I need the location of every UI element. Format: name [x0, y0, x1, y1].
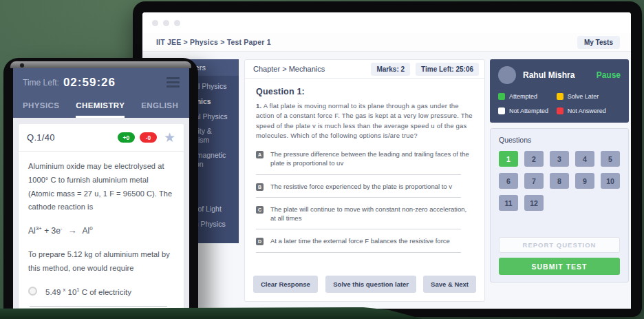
question-title: Question 1:	[256, 87, 473, 96]
window-dot-icon	[163, 20, 169, 26]
mobile-question-body: Aluminium oxide may be electrolysed at 1…	[19, 152, 184, 319]
status-legend: Attempted Solve Later Not Attempted	[498, 93, 621, 114]
question-cell-10[interactable]: 10	[601, 173, 620, 189]
option-c[interactable]: C The plate will continue to move with c…	[256, 205, 473, 223]
question-cell-12[interactable]: 12	[524, 195, 544, 211]
legend-label: Not Attempted	[509, 107, 548, 114]
subject-tabs: PHYSICS CHEMISTRY ENGLISH PROFICIENCY	[23, 99, 180, 118]
cathode-reaction-equation: Al3+ + 3e-→Al0	[28, 225, 174, 236]
window-dot-icon	[174, 20, 180, 26]
divider	[30, 306, 167, 307]
mobile-top-bezel	[10, 61, 191, 68]
legend-label: Attempted	[509, 93, 537, 100]
question-cell-9[interactable]: 9	[575, 173, 594, 189]
eq-part: Al	[28, 226, 36, 236]
opt-suffix: C of electricity	[80, 288, 131, 296]
divider	[256, 229, 461, 229]
time-left-badge: Time Left: 25:06	[416, 63, 479, 76]
positive-marks-badge: +0	[118, 132, 135, 143]
option-c-badge: C	[256, 206, 264, 214]
eq-part: Al	[83, 226, 90, 236]
marketing-backdrop: IIT JEE > Physics > Test Paper 1 My Test…	[0, 0, 644, 319]
opt-coeff: 5.49	[45, 288, 61, 296]
questions-palette: Questions 1 2 3 4 5 6 7 8 9 10 11	[490, 128, 629, 282]
question-cell-7[interactable]: 7	[524, 173, 544, 189]
option-d[interactable]: D At a later time the external force F b…	[256, 236, 473, 245]
eq-sup: 3+	[36, 225, 42, 231]
solve-later-button[interactable]: Solve this question later	[325, 276, 416, 293]
window-dot-icon	[152, 20, 158, 26]
right-panel: Rahul Mishra Pause Attempted Solve Later	[490, 59, 629, 282]
question-cell-2[interactable]: 2	[524, 151, 544, 167]
time-left-label: Time Left:	[23, 78, 59, 88]
mobile-content: Q.1/40 +0 -0 ★ Aluminium oxide may be el…	[13, 118, 189, 319]
opt-base: 10	[68, 288, 77, 296]
countdown-timer: 02:59:26	[63, 76, 116, 90]
pause-button[interactable]: Pause	[597, 70, 621, 80]
camera-icon	[20, 63, 24, 68]
mobile-screen: Time Left: 02:59:26 PHYSICS CHEMISTRY EN…	[13, 68, 189, 319]
mobile-header: Time Left: 02:59:26 PHYSICS CHEMISTRY EN…	[13, 68, 189, 118]
tab-physics[interactable]: PHYSICS	[23, 99, 59, 118]
legend-solve-later: Solve Later	[557, 93, 621, 100]
question-cell-4[interactable]: 4	[575, 151, 594, 167]
legend-label: Solve Later	[568, 93, 599, 100]
radio-button-icon[interactable]	[28, 287, 37, 296]
question-text-body: A flat plate is moving normal to its pla…	[256, 102, 473, 139]
mobile-question-text: Aluminium oxide may be electrolysed at 1…	[28, 160, 174, 214]
mobile-question-prompt: To prepare 5.12 kg of aluminium metal by…	[28, 248, 174, 276]
question-cell-6[interactable]: 6	[499, 173, 518, 189]
option-d-text: At a later time the external force F bal…	[270, 236, 450, 245]
option-c-text: The plate will continue to move with con…	[270, 205, 473, 223]
question-footer: Clear Response Solve this question later…	[245, 269, 484, 301]
submit-test-button[interactable]: SUBMIT TEST	[499, 258, 620, 275]
mobile-question-header: Q.1/40 +0 -0 ★	[19, 124, 184, 152]
user-name: Rahul Mishra	[523, 70, 575, 80]
question-counter: Q.1/40	[27, 132, 55, 143]
question-cell-1[interactable]: 1	[499, 151, 518, 167]
eq-sup: -	[61, 225, 63, 231]
report-question-button[interactable]: REPORT QUESTION	[499, 237, 620, 253]
question-cell-11[interactable]: 11	[499, 195, 518, 211]
attempted-swatch-icon	[498, 93, 505, 100]
legend-not-attempted: Not Attempted	[498, 107, 557, 114]
chapter-breadcrumb: Chapter > Mechanics	[245, 65, 325, 73]
option-a[interactable]: A The pressure difference between the le…	[256, 150, 473, 168]
question-cell-8[interactable]: 8	[550, 173, 569, 189]
eq-part: + 3e	[42, 226, 61, 236]
arrow-icon: →	[68, 225, 77, 236]
not-attempted-swatch-icon	[498, 107, 505, 114]
negative-marks-badge: -0	[140, 132, 157, 143]
question-cell-3[interactable]: 3	[550, 151, 569, 167]
bookmark-star-icon[interactable]: ★	[164, 131, 175, 144]
mobile-question-card: Q.1/40 +0 -0 ★ Aluminium oxide may be el…	[19, 124, 184, 319]
question-cell-5[interactable]: 5	[601, 151, 620, 167]
hamburger-menu-icon[interactable]	[167, 76, 180, 90]
option-d-badge: D	[256, 238, 264, 245]
my-tests-button[interactable]: My Tests	[577, 36, 620, 49]
mobile-option-1[interactable]: 5.49 x 101 C of electricity	[28, 287, 174, 296]
tab-chemistry[interactable]: CHEMISTRY	[76, 99, 125, 118]
user-card: Rahul Mishra Pause Attempted Solve Later	[490, 59, 629, 123]
questions-grid: 1 2 3 4 5 6 7 8 9 10 11 12	[499, 151, 620, 211]
table-edge-decoration	[0, 307, 422, 319]
save-next-button[interactable]: Save & Next	[423, 276, 476, 293]
legend-attempted: Attempted	[498, 93, 557, 100]
legend-label: Not Answered	[568, 107, 606, 114]
divider	[256, 174, 461, 175]
clear-response-button[interactable]: Clear Response	[253, 276, 318, 293]
marks-badge: Marks: 2	[371, 63, 410, 76]
question-panel-header: Chapter > Mechanics Marks: 2 Time Left: …	[245, 60, 484, 79]
eq-sup: 0	[89, 225, 92, 231]
multiply-icon: x	[63, 287, 66, 293]
top-navigation-bar: IIT JEE > Physics > Test Paper 1 My Test…	[142, 33, 631, 52]
solve-later-swatch-icon	[557, 93, 564, 100]
option-b[interactable]: B The resistive force experienced by the…	[256, 182, 473, 191]
breadcrumb[interactable]: IIT JEE > Physics > Test Paper 1	[156, 38, 271, 46]
question-panel: Chapter > Mechanics Marks: 2 Time Left: …	[244, 59, 485, 302]
tab-english-proficiency[interactable]: ENGLISH PROFICIENCY	[141, 99, 180, 118]
browser-window: IIT JEE > Physics > Test Paper 1 My Test…	[142, 12, 631, 309]
option-a-badge: A	[256, 151, 264, 158]
option-b-text: The resistive force experienced by the p…	[270, 182, 452, 191]
not-answered-swatch-icon	[557, 107, 564, 114]
